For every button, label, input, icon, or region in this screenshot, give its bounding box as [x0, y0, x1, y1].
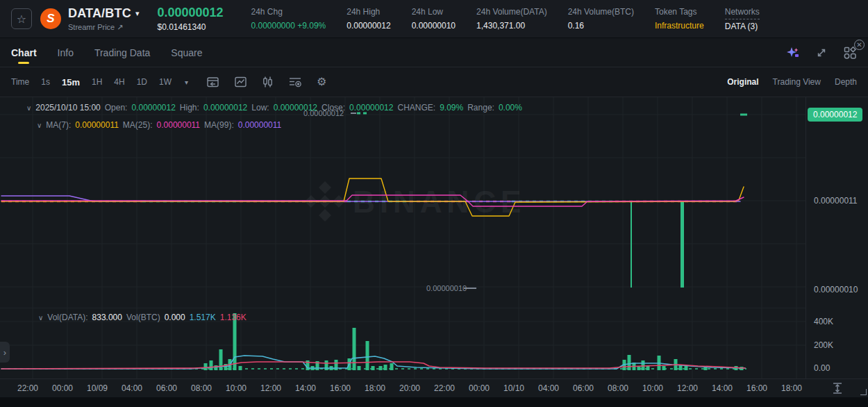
time-axis-label: 10/10: [503, 383, 524, 393]
close-icon[interactable]: ✕: [854, 40, 865, 50]
tool-icon-group: ⚙: [206, 76, 326, 88]
stat-24h-chg: 24h Chg 0.00000000 +9.09%: [251, 7, 326, 31]
chart-plot[interactable]: BINANCE: [0, 97, 868, 397]
ohlc-open: 0.00000012: [131, 103, 175, 113]
stat-24h-low: 24h Low 0.00000010: [412, 7, 456, 31]
tab-square[interactable]: Square: [171, 42, 202, 64]
chart-toolbar: Time 1s 15m 1H 4H 1D 1W ▾: [0, 67, 868, 97]
time-axis-label: 10:00: [226, 383, 247, 393]
tab-chart[interactable]: Chart: [11, 42, 37, 64]
time-axis-label: 14:00: [712, 383, 733, 393]
tabbar: Chart Info Trading Data Square: [0, 38, 868, 67]
ohlc-datetime: 2025/10/10 15:00: [35, 103, 100, 113]
chart-canvas[interactable]: BINANCE ∨ 2025/10/10 15:00 Open: 0.00000…: [0, 97, 868, 397]
view-depth[interactable]: Depth: [835, 77, 857, 87]
time-axis-label: 10:00: [642, 383, 663, 393]
low-price-marker: 0.00000010: [426, 284, 467, 292]
time-axis-label: 08:00: [191, 383, 212, 393]
interval-1h[interactable]: 1H: [92, 77, 102, 87]
interval-1s[interactable]: 1s: [41, 77, 50, 87]
stat-token-tags: Token Tags Infrastructure: [655, 7, 704, 31]
ma-legend: ∨ MA(7): 0.00000011 MA(25): 0.00000011 M…: [37, 120, 281, 130]
time-axis-label: 16:00: [330, 383, 351, 393]
axis-autofit-icon[interactable]: [831, 381, 844, 395]
time-axis-divider: [0, 379, 868, 379]
stat-networks: Networks DATA (3): [725, 7, 760, 31]
vol-ma1-value: 1.517K: [190, 313, 216, 322]
pair-title: DATA/BTC: [68, 6, 131, 21]
time-axis-label: 04:00: [122, 383, 142, 393]
trading-app: ☆ S DATA/BTC ▾ Streamr Price ↗ 0.0000001…: [0, 0, 868, 407]
ohlc-close: 0.00000012: [349, 103, 393, 113]
price-axis-divider[interactable]: [806, 97, 806, 379]
ma25-value: 0.00000011: [157, 120, 201, 130]
time-axis-label: 08:00: [608, 383, 628, 393]
volume-axis-label: 400K: [814, 317, 833, 326]
interval-1w[interactable]: 1W: [159, 77, 172, 87]
panel-expand-handle[interactable]: ›: [0, 342, 10, 363]
interval-4h[interactable]: 4H: [114, 77, 124, 87]
pair-block: DATA/BTC ▾ Streamr Price ↗: [68, 6, 139, 32]
collapse-ma-icon[interactable]: ∨: [37, 122, 42, 129]
pair-selector[interactable]: DATA/BTC ▾: [68, 6, 139, 21]
chart-style-icon[interactable]: [234, 76, 247, 88]
tab-trading-data[interactable]: Trading Data: [94, 42, 150, 64]
stat-24h-volume-data: 24h Volume(DATA) 1,430,371.00: [476, 7, 547, 31]
last-price: 0.00000012: [157, 6, 230, 20]
stats-row: 24h Chg 0.00000000 +9.09% 24h High 0.000…: [251, 7, 759, 31]
volume-axis-label: 0.00: [814, 363, 830, 373]
candlestick-icon[interactable]: [262, 76, 274, 88]
view-original[interactable]: Original: [727, 77, 758, 87]
favorite-button[interactable]: ☆: [11, 8, 32, 29]
high-price-marker: 0.00000012: [303, 109, 344, 117]
pane-divider[interactable]: [0, 308, 806, 308]
time-axis-label: 18:00: [781, 383, 802, 393]
token-tag-link[interactable]: Infrastructure: [655, 21, 704, 31]
vol-btc-value: 0.000: [165, 313, 185, 322]
stat-24h-volume-btc: 24h Volume(BTC) 0.16: [568, 7, 634, 31]
view-tradingview[interactable]: Trading View: [773, 77, 821, 87]
stat-24h-high: 24h High 0.00000012: [347, 7, 390, 31]
indicators-icon[interactable]: [288, 76, 302, 88]
collapse-ohlc-icon[interactable]: ∨: [26, 104, 31, 112]
time-axis-label: 04:00: [538, 383, 559, 393]
ohlc-legend: ∨ 2025/10/10 15:00 Open: 0.00000012 High…: [26, 103, 522, 113]
interval-settings-icon[interactable]: [206, 76, 219, 88]
interval-time[interactable]: Time: [11, 77, 29, 87]
external-link-icon: ↗: [117, 23, 123, 31]
ohlc-high: 0.00000012: [203, 103, 247, 113]
collapse-vol-icon[interactable]: ∨: [38, 314, 43, 322]
time-axis-label: 00:00: [52, 383, 73, 393]
settings-gear-icon[interactable]: ⚙: [317, 76, 326, 88]
time-axis-label: 06:00: [156, 383, 177, 393]
ma99-value: 0.00000011: [238, 120, 282, 130]
volume-legend: ∨ Vol(DATA): 833.000 Vol(BTC) 0.000 1.51…: [38, 313, 247, 322]
last-price-usd: $0.01461340: [157, 22, 230, 32]
resize-corner[interactable]: [860, 389, 867, 395]
star-icon: ☆: [17, 13, 26, 26]
expand-icon[interactable]: [815, 47, 828, 59]
header: ☆ S DATA/BTC ▾ Streamr Price ↗ 0.0000001…: [0, 0, 868, 38]
tabbar-icon-group: [786, 38, 857, 67]
time-axis-label: 06:00: [573, 383, 594, 393]
ai-sparkle-icon[interactable]: [786, 46, 800, 60]
time-axis-label: 12:00: [260, 383, 281, 393]
time-axis-label: 10/09: [87, 383, 108, 393]
tab-info[interactable]: Info: [58, 42, 74, 64]
interval-group: Time 1s 15m 1H 4H 1D 1W ▾: [11, 77, 188, 88]
token-price-link[interactable]: Streamr Price ↗: [68, 23, 139, 32]
interval-more-icon[interactable]: ▾: [185, 78, 188, 86]
price-axis-label: 0.00000011: [814, 196, 858, 206]
interval-15m[interactable]: 15m: [62, 77, 80, 88]
ohlc-range: 0.00%: [499, 103, 522, 113]
time-axis-label: 22:00: [17, 383, 38, 393]
time-axis-label: 14:00: [295, 383, 316, 393]
ohlc-change: 9.09%: [440, 103, 463, 113]
vol-ma2-value: 1.136K: [220, 313, 247, 322]
time-axis-label: 18:00: [365, 383, 385, 393]
price-block: 0.00000012 $0.01461340: [157, 6, 230, 32]
time-axis-label: 20:00: [399, 383, 420, 393]
time-axis-label: 00:00: [469, 383, 490, 393]
interval-1d[interactable]: 1D: [137, 77, 147, 87]
time-axis-label: 12:00: [677, 383, 698, 393]
